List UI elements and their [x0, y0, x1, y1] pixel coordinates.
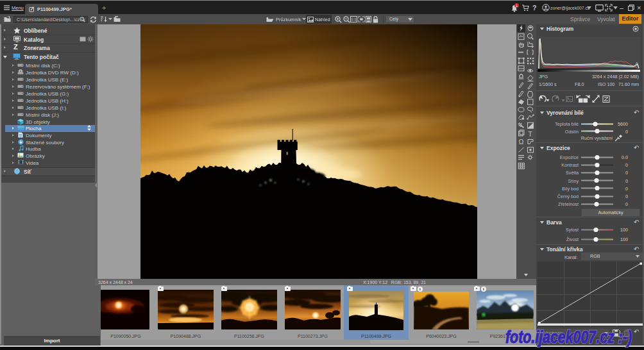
svg-text:T: T: [528, 131, 532, 138]
svg-text:1: 1: [516, 4, 518, 8]
svg-text:Ω: Ω: [519, 138, 524, 146]
svg-text:foto.ijacek007.cz :-): foto.ijacek007.cz :-): [505, 328, 632, 347]
svg-text:1:1: 1:1: [351, 17, 357, 21]
